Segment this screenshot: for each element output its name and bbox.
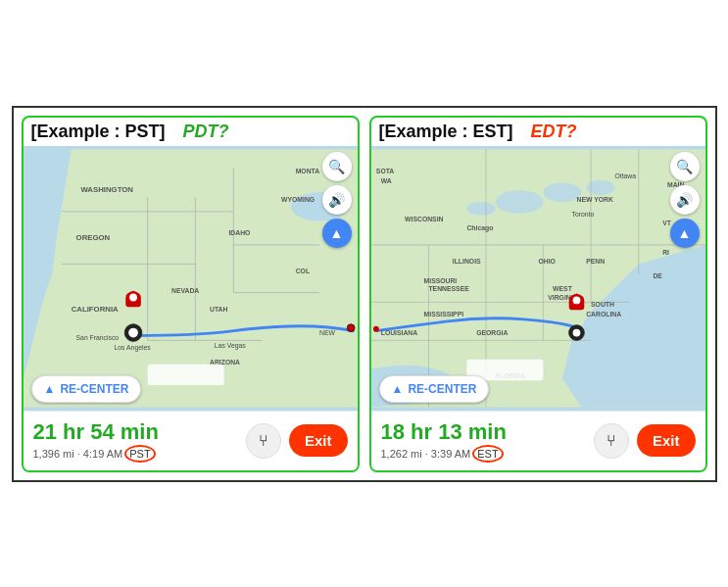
right-map-area: SOTA WISCONSIN Chicago ILLINOIS MISSOURI… (371, 146, 705, 411)
svg-point-66 (372, 325, 378, 331)
right-time-info: 18 hr 13 min 1,262 mi · 3:39 AM EST (381, 419, 586, 463)
left-tz-question: PDT? (183, 122, 229, 142)
svg-text:MISSISSIPPI: MISSISSIPPI (423, 310, 463, 317)
svg-text:Las Vegas: Las Vegas (214, 342, 245, 350)
right-map-svg: SOTA WISCONSIN Chicago ILLINOIS MISSOURI… (371, 146, 705, 411)
left-example-label: [Example : PST] (31, 122, 166, 142)
left-search-btn[interactable]: 🔍 (322, 152, 352, 181)
svg-point-30 (495, 190, 543, 213)
right-search-btn[interactable]: 🔍 (670, 152, 700, 181)
right-time-main: 18 hr 13 min (381, 419, 586, 445)
svg-text:SOTA: SOTA (375, 167, 393, 173)
svg-text:MISSOURI: MISSOURI (423, 276, 457, 283)
main-container: [Example : PST] PDT? (12, 106, 717, 482)
svg-text:NEVADA: NEVADA (171, 286, 199, 293)
left-panel: [Example : PST] PDT? (22, 116, 360, 472)
right-time-sub: 1,262 mi · 3:39 AM EST (381, 445, 586, 463)
svg-text:Ottawa: Ottawa (614, 171, 636, 178)
right-panel-header: [Example : EST] EDT? (371, 118, 705, 146)
panels-row: [Example : PST] PDT? (22, 116, 707, 472)
right-example-label: [Example : EST] (379, 122, 513, 142)
left-bottom-bar: 21 hr 54 min 1,396 mi · 4:19 AM PST ⑂ Ex… (24, 411, 358, 470)
right-sound-btn[interactable]: 🔊 (670, 185, 700, 215)
svg-text:ARIZONA: ARIZONA (209, 358, 239, 365)
right-fork-btn[interactable]: ⑂ (594, 423, 629, 459)
svg-text:OREGON: OREGON (75, 233, 110, 242)
svg-text:CALIFORNIA: CALIFORNIA (71, 305, 118, 314)
svg-text:RI: RI (662, 248, 669, 255)
left-distance-time: 1,396 mi · 4:19 AM (33, 448, 123, 460)
svg-text:LOUISIANA: LOUISIANA (380, 329, 417, 336)
svg-point-32 (586, 179, 614, 195)
svg-text:PENN: PENN (586, 258, 605, 265)
left-fork-btn[interactable]: ⑂ (246, 423, 281, 459)
svg-text:GEORGIA: GEORGIA (476, 329, 508, 336)
svg-text:IDAHO: IDAHO (228, 229, 251, 236)
svg-text:NEW YORK: NEW YORK (576, 196, 612, 203)
left-panel-header: [Example : PST] PDT? (24, 118, 358, 146)
svg-text:Toronto: Toronto (571, 210, 594, 217)
right-recenter-btn[interactable]: ▲ RE-CENTER (379, 375, 490, 403)
svg-text:TENNESSEE: TENNESSEE (428, 284, 469, 291)
svg-text:OHIO: OHIO (538, 258, 556, 265)
svg-text:WEST: WEST (553, 284, 573, 291)
right-tz-badge: EST (472, 445, 503, 463)
svg-rect-27 (147, 364, 223, 384)
left-nav-btn[interactable]: ▲ (322, 219, 352, 248)
right-exit-btn[interactable]: Exit (637, 424, 696, 457)
svg-point-69 (572, 328, 580, 336)
left-recenter-btn[interactable]: ▲ RE-CENTER (31, 375, 142, 403)
svg-text:San Francisco: San Francisco (75, 334, 119, 341)
right-distance-time: 1,262 mi · 3:39 AM (381, 448, 471, 460)
left-map-area: WASHINGTON OREGON CALIFORNIA NEVADA IDAH… (24, 146, 358, 411)
svg-text:WA: WA (380, 176, 391, 183)
svg-text:CAROLINA: CAROLINA (586, 310, 621, 317)
left-sound-btn[interactable]: 🔊 (322, 185, 352, 215)
svg-text:NEW: NEW (319, 329, 335, 336)
left-time-sub: 1,396 mi · 4:19 AM PST (33, 445, 238, 463)
right-recenter-label: RE-CENTER (408, 382, 476, 396)
svg-point-31 (543, 182, 581, 201)
left-recenter-label: RE-CENTER (60, 382, 128, 396)
svg-text:DE: DE (653, 272, 662, 279)
svg-text:ILLINOIS: ILLINOIS (452, 258, 480, 265)
svg-text:WASHINGTON: WASHINGTON (80, 185, 133, 194)
svg-text:WYOMING: WYOMING (281, 196, 315, 203)
svg-point-28 (129, 293, 137, 301)
svg-text:Chicago: Chicago (466, 224, 493, 232)
svg-point-26 (347, 323, 355, 331)
right-panel: [Example : EST] EDT? (369, 116, 707, 472)
svg-text:COL: COL (295, 268, 309, 274)
svg-text:Los Angeles: Los Angeles (114, 344, 151, 352)
left-recenter-icon: ▲ (44, 382, 56, 396)
left-exit-btn[interactable]: Exit (289, 424, 348, 457)
right-recenter-icon: ▲ (392, 382, 404, 396)
left-time-main: 21 hr 54 min (33, 419, 238, 445)
svg-text:WISCONSIN: WISCONSIN (405, 215, 443, 221)
left-map-svg: WASHINGTON OREGON CALIFORNIA NEVADA IDAH… (24, 146, 358, 411)
left-tz-badge: PST (124, 445, 155, 463)
right-tz-question: EDT? (531, 122, 577, 142)
svg-text:SOUTH: SOUTH (591, 301, 614, 308)
svg-text:UTAH: UTAH (209, 306, 226, 313)
svg-point-33 (466, 202, 495, 216)
right-nav-btn[interactable]: ▲ (670, 219, 700, 248)
svg-point-25 (128, 327, 138, 337)
left-map-controls: 🔍 🔊 ▲ (322, 152, 352, 248)
right-bottom-bar: 18 hr 13 min 1,262 mi · 3:39 AM EST ⑂ Ex… (371, 411, 705, 470)
right-map-controls: 🔍 🔊 ▲ (670, 152, 700, 248)
svg-text:MONTA: MONTA (295, 167, 319, 173)
left-time-info: 21 hr 54 min 1,396 mi · 4:19 AM PST (33, 419, 238, 463)
svg-point-67 (572, 296, 580, 304)
